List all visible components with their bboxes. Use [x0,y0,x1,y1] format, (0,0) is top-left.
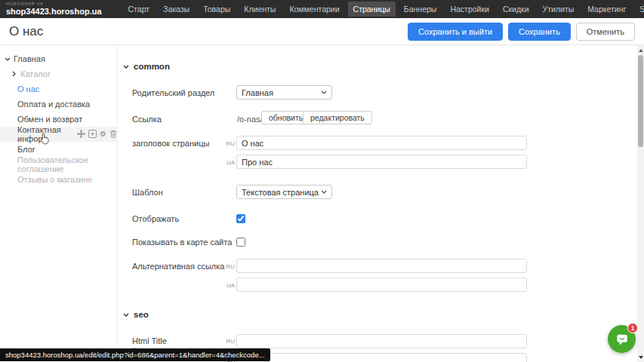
menu-item-discounts[interactable]: Скидки [498,2,535,17]
link-status-url: shop34423.horoshop.ua/edit/edit.php?id=6… [0,348,270,361]
vertical-scrollbar[interactable] [637,45,644,362]
logo-version: HOROSHOP V4 [6,2,102,7]
chat-unread-badge: 1 [627,323,638,333]
section-common[interactable]: common [123,62,170,71]
alt-link-ru-input[interactable] [236,259,527,273]
sidebar-item-oplata[interactable]: Оплата и доставка [0,97,117,112]
template-select[interactable]: Текстовая страница [236,185,332,199]
sidebar-item-glavnaya[interactable]: Главная [0,51,117,66]
move-icon[interactable] [77,130,85,140]
support-chat-button[interactable]: 1 [608,325,636,353]
lang-ru-badge: RU [224,263,235,270]
scrollbar-thumb[interactable] [638,55,643,147]
scroll-up-arrow-icon[interactable] [637,47,644,54]
sidebar-item-o-nas[interactable]: О нас [0,81,117,97]
link-value: /o-nas/ [237,115,263,124]
sidebar-item-label: Оплата и доставка [17,100,90,109]
menu-item-start[interactable]: Старт [123,2,156,17]
menu-item-utilities[interactable]: Утилиты [538,2,580,17]
display-checkbox[interactable] [236,214,245,223]
sidebar-item-label: Пользовательское соглашение [17,155,117,173]
main-menu: Старт Заказы Товары Клиенты Комментарии … [123,2,644,17]
pages-tree-sidebar: Главная Каталог О нас Оплата и доставка … [0,45,118,362]
lang-ru-badge: RU [224,140,235,147]
section-seo-label: seo [134,310,149,319]
parent-section-label: Родительский раздел [132,88,214,97]
lang-ru-badge: RU [224,338,235,345]
sidebar-item-otzyvy[interactable]: Отзывы о магазине [0,172,117,187]
chevron-down-icon [321,190,327,194]
alt-link-ua-input[interactable] [236,278,527,292]
alt-link-label: Альтернативная ссылка [132,262,224,271]
display-label: Отображать [132,214,179,223]
html-title-ua-input[interactable] [236,353,527,362]
sidebar-item-katalog[interactable]: Каталог [0,66,117,81]
template-label: Шаблон [132,188,163,197]
section-seo[interactable]: seo [123,310,149,319]
topbar: HOROSHOP V4 shop34423.horoshop.ua Старт … [0,0,644,18]
page-header: О нас Сохранить и выйти Сохранить Отмени… [0,18,644,45]
template-value: Текстовая страница [242,188,319,197]
page-edit-form: common Родительский раздел Главная Ссылк… [118,45,638,362]
parent-section-value: Главная [242,88,273,97]
chevron-down-icon [321,90,327,94]
chevron-right-icon[interactable] [11,71,17,78]
gear-icon[interactable]: ⚙ [100,130,106,138]
section-common-label: common [134,62,170,71]
menu-item-pages[interactable]: Страницы [348,2,396,17]
trash-icon[interactable] [109,130,117,140]
scroll-down-arrow-icon[interactable] [637,354,644,360]
chevron-down-icon [123,65,129,69]
menu-item-settings[interactable]: Настройки [445,2,495,17]
sidebar-item-label: О нас [17,84,39,94]
parent-section-select[interactable]: Главная [236,85,332,100]
cancel-button[interactable]: Отменить [576,23,635,41]
menu-item-clients[interactable]: Клиенты [239,2,281,17]
menu-item-products[interactable]: Товары [198,2,236,17]
html-title-ru-input[interactable] [236,334,527,348]
save-button[interactable]: Сохранить [508,23,571,41]
logo[interactable]: HOROSHOP V4 shop34423.horoshop.ua [6,2,102,16]
header-actions: Сохранить и выйти Сохранить Отменить [408,23,635,41]
link-label: Ссылка [132,115,162,124]
sidebar-item-label: Блог [17,145,35,154]
lang-ua-badge: UA [224,159,235,166]
sidebar-item-label: Отзывы о магазине [17,175,92,184]
sidebar-item-kontaktnaya[interactable]: Контактная инфор ⚙ [0,127,117,142]
page-title-ru-input[interactable] [236,136,527,150]
app-screen: HOROSHOP V4 shop34423.horoshop.ua Старт … [0,0,644,362]
add-page-icon[interactable] [88,130,97,140]
tree-row-actions: ⚙ [77,130,117,140]
sidebar-item-label: Обмен и возврат [17,115,82,124]
menu-item-orders[interactable]: Заказы [158,2,195,17]
sidebar-item-blog[interactable]: Блог [0,142,117,157]
chevron-down-icon[interactable] [4,56,11,63]
page-title: О нас [9,24,43,39]
menu-item-banners[interactable]: Баннеры [399,2,442,17]
sidebar-item-obmen[interactable]: Обмен и возврат [0,112,117,127]
html-title-label: Html Title [132,336,167,345]
link-edit-button[interactable]: редактировать [303,111,372,124]
chat-icon [615,332,630,347]
logo-domain: shop34423.horoshop.ua [6,8,102,16]
save-and-exit-button[interactable]: Сохранить и выйти [408,23,503,41]
menu-item-seo[interactable]: Seo [634,2,644,17]
sitemap-checkbox[interactable] [236,238,245,247]
menu-item-marketing[interactable]: Маркетинг [582,2,631,17]
chevron-down-icon [123,313,129,317]
page-title-ua-input[interactable] [236,155,527,169]
sitemap-label: Показывать в карте сайта [132,238,232,247]
sidebar-item-label: Каталог [20,69,51,78]
sidebar-item-label: Главная [14,54,45,63]
sidebar-item-soglashenie[interactable]: Пользовательское соглашение [0,157,117,172]
lang-ua-badge: UA [224,282,235,289]
page-title-label: заголовок страницы [132,139,209,148]
menu-item-comments[interactable]: Комментарии [284,2,344,17]
